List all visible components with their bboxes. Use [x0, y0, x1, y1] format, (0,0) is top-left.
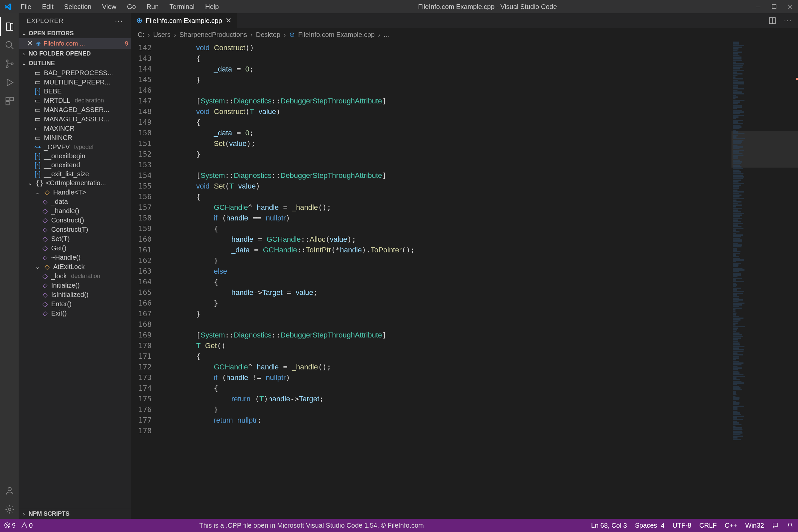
activity-search[interactable] [0, 36, 19, 55]
outline-item[interactable]: ▭MANAGED_ASSER... [19, 105, 131, 114]
cpp-file-icon: ⊕ [36, 40, 41, 47]
status-os[interactable]: Win32 [745, 522, 764, 529]
outline-item[interactable]: ▭MULTILINE_PREPR... [19, 77, 131, 87]
outline-item[interactable]: ▭MRTDLL declaration [19, 96, 131, 105]
menu-go[interactable]: Go [125, 3, 138, 11]
activity-extensions[interactable] [0, 92, 19, 110]
menu-selection[interactable]: Selection [62, 3, 93, 11]
status-spaces[interactable]: Spaces: 4 [635, 522, 665, 529]
breadcrumb[interactable]: C:› Users› SharpenedProductions› Desktop… [131, 28, 798, 41]
symbol-icon: ▭ [34, 134, 41, 141]
window-title: FileInfo.com Example.cpp - Visual Studio… [418, 3, 557, 11]
status-errors[interactable]: 9 [4, 522, 16, 529]
outline-item[interactable]: ◇Initialize() [19, 281, 131, 290]
outline-item-label: Enter() [51, 300, 72, 308]
no-folder-header[interactable]: › NO FOLDER OPENED [19, 49, 131, 58]
status-ln-col[interactable]: Ln 68, Col 3 [591, 522, 627, 529]
open-editor-item[interactable]: ✕ ⊕ FileInfo.com ... 9 [19, 38, 131, 49]
breadcrumb-part[interactable]: Desktop [256, 31, 280, 39]
outline-namespace[interactable]: ⌄ { } <CrtImplementatio... [19, 178, 131, 188]
bell-icon[interactable] [787, 522, 793, 529]
breadcrumb-file[interactable]: FileInfo.com Example.cpp [298, 31, 375, 39]
chevron-down-icon: ⌄ [34, 264, 41, 270]
breadcrumb-part[interactable]: Users [153, 31, 171, 39]
outline-item-label: Get() [51, 244, 66, 252]
symbol-icon: ▭ [34, 106, 41, 114]
menu-help[interactable]: Help [203, 3, 221, 11]
menu-terminal[interactable]: Terminal [167, 3, 196, 11]
outline-class-handle[interactable]: ⌄ ◇ Handle<T> [19, 188, 131, 197]
symbol-icon: [◦] [34, 161, 41, 169]
svg-point-10 [8, 508, 11, 511]
line-number-gutter[interactable]: 142 143 144 145 146 147 148 149 150 151 … [131, 41, 158, 519]
outline-item[interactable]: ◇_lock declaration [19, 271, 131, 281]
open-editor-filename: FileInfo.com ... [43, 40, 122, 47]
outline-item[interactable]: ◇Set(T) [19, 234, 131, 243]
outline-item[interactable]: ▭MANAGED_ASSER... [19, 114, 131, 124]
svg-point-2 [6, 41, 12, 48]
outline-item[interactable]: ⊶_CPVFV typedef [19, 142, 131, 152]
symbol-icon: ◇ [41, 235, 49, 243]
outline-item[interactable]: ◇Enter() [19, 299, 131, 308]
outline-item[interactable]: ▭BAD_PREPROCESS... [19, 68, 131, 77]
outline-item-label: BAD_PREPROCESS... [44, 69, 113, 77]
close-icon[interactable]: ✕ [225, 16, 231, 25]
activity-explorer[interactable] [0, 17, 19, 36]
minimize-button[interactable] [754, 3, 762, 11]
outline-item[interactable]: ◇Get() [19, 243, 131, 253]
breadcrumb-part[interactable]: SharpenedProductions [179, 31, 247, 39]
minimap[interactable] [732, 41, 798, 519]
symbol-icon: ◇ [41, 309, 49, 317]
outline-item-label: MULTILINE_PREPR... [44, 78, 110, 86]
code-editor[interactable]: void Construct() { _data = 0; } [System:… [158, 41, 732, 519]
explorer-sidebar: EXPLORER ··· ⌄ OPEN EDITORS ✕ ⊕ FileInfo… [19, 13, 131, 519]
close-icon[interactable]: ✕ [26, 39, 33, 48]
outline-item[interactable]: ◇Construct() [19, 215, 131, 225]
svg-point-4 [6, 66, 8, 68]
npm-scripts-header[interactable]: › NPM SCRIPTS [19, 509, 131, 519]
title-bar: File Edit Selection View Go Run Terminal… [0, 0, 798, 13]
activity-source-control[interactable] [0, 55, 19, 73]
status-language[interactable]: C++ [724, 522, 737, 529]
outline-item[interactable]: ◇Construct(T) [19, 225, 131, 234]
symbol-icon: ◇ [41, 207, 49, 215]
menu-file[interactable]: File [19, 3, 33, 11]
activity-accounts[interactable] [0, 481, 19, 500]
status-eol[interactable]: CRLF [699, 522, 717, 529]
outline-item[interactable]: ◇Exit() [19, 308, 131, 318]
open-editors-header[interactable]: ⌄ OPEN EDITORS [19, 28, 131, 38]
outline-item[interactable]: [◦]__exit_list_size [19, 170, 131, 178]
outline-item[interactable]: [◦]__onexitend [19, 160, 131, 170]
outline-item[interactable]: [◦]BEBE [19, 87, 131, 96]
menu-run[interactable]: Run [145, 3, 161, 11]
outline-item[interactable]: ◇IsInitialized() [19, 290, 131, 299]
tab-label: FileInfo.com Example.cpp [146, 17, 222, 25]
split-editor-icon[interactable] [769, 17, 776, 24]
editor-more-icon[interactable]: ··· [784, 16, 792, 25]
breadcrumb-part[interactable]: C: [138, 31, 144, 39]
sidebar-more-icon[interactable]: ··· [115, 17, 123, 25]
cpp-file-icon: ⊕ [136, 16, 142, 25]
status-encoding[interactable]: UTF-8 [673, 522, 691, 529]
outline-item[interactable]: [◦]__onexitbegin [19, 152, 131, 160]
status-warnings[interactable]: 0 [21, 522, 33, 529]
activity-run-debug[interactable] [0, 73, 19, 92]
svg-rect-1 [772, 5, 776, 8]
outline-item[interactable]: ◇~Handle() [19, 253, 131, 262]
maximize-button[interactable] [770, 3, 778, 11]
outline-header[interactable]: ⌄ OUTLINE [19, 58, 131, 68]
close-button[interactable] [786, 3, 794, 11]
outline-item[interactable]: ◇_handle() [19, 206, 131, 215]
editor-tab[interactable]: ⊕ FileInfo.com Example.cpp ✕ [131, 13, 237, 28]
activity-settings[interactable] [0, 500, 19, 519]
svg-rect-7 [10, 97, 13, 101]
outline-item[interactable]: ▭MININCR [19, 133, 131, 142]
menu-view[interactable]: View [100, 3, 118, 11]
outline-item[interactable]: ◇_data [19, 197, 131, 206]
menu-edit[interactable]: Edit [40, 3, 55, 11]
feedback-icon[interactable] [772, 522, 779, 529]
outline-class-atexit[interactable]: ⌄ ◇ AtExitLock [19, 262, 131, 271]
outline-item[interactable]: ▭MAXINCR [19, 124, 131, 133]
outline-item-label: MANAGED_ASSER... [44, 106, 109, 114]
namespace-icon: { } [36, 179, 43, 187]
